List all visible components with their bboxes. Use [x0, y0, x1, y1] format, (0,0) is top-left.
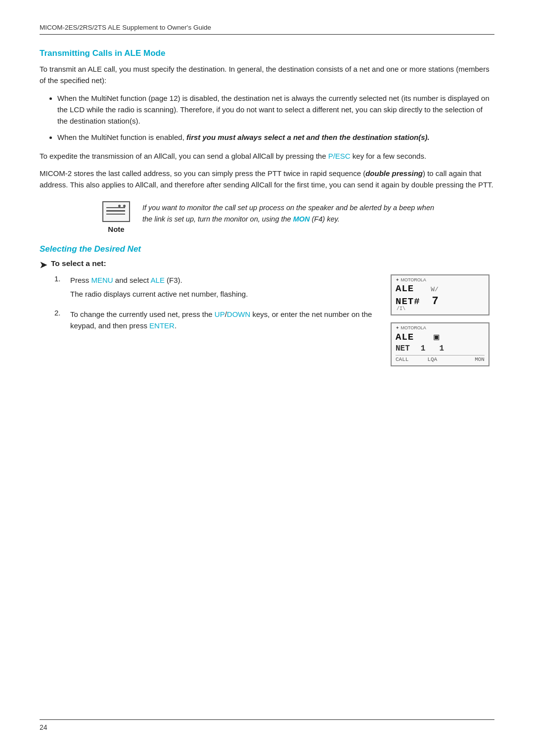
step1-before: Press — [70, 276, 91, 284]
note-mon-key: MON — [293, 215, 310, 223]
bullet1-text: When the MultiNet function (page 12) is … — [57, 94, 490, 126]
section1-intro: To transmit an ALE call, you must specif… — [40, 63, 494, 87]
page-number: 24 — [40, 723, 47, 731]
lcd1-header-left: ✦ MOTOROLA — [396, 277, 426, 282]
arrow-icon: ➤ — [40, 260, 47, 270]
steps-text: 1. Press MENU and select ALE (F3). The r… — [54, 274, 375, 366]
header-text: MICOM-2ES/2RS/2TS ALE Supplement to Owne… — [40, 24, 211, 31]
step1-content: Press MENU and select ALE (F3). The radi… — [70, 274, 248, 300]
bullet2-bold-italic: first you must always select a net and t… — [186, 133, 430, 141]
down-key: DOWN — [227, 310, 251, 318]
page: MICOM-2ES/2RS/2TS ALE Supplement to Owne… — [0, 0, 534, 756]
note-icon-image — [102, 201, 130, 222]
lcd1-net-label: NET# — [396, 296, 420, 307]
step2-end: . — [175, 321, 177, 330]
para-allcall: To expedite the transmission of an AllCa… — [40, 150, 494, 162]
lcd1-main-row: ALE W/ — [396, 283, 485, 294]
bullet2-text-before: When the MultiNet function is enabled, — [57, 133, 186, 141]
lcd2-header-left: ✦ MOTOROLA — [396, 325, 426, 330]
lcd1-header: ✦ MOTOROLA — [396, 277, 485, 282]
pesc-key: P/ESC — [328, 152, 351, 160]
page-header: MICOM-2ES/2RS/2TS ALE Supplement to Owne… — [40, 24, 494, 35]
step1-num: 1. — [54, 274, 65, 300]
step-1: 1. Press MENU and select ALE (F3). The r… — [54, 274, 375, 300]
lcd2-header: ✦ MOTOROLA — [396, 325, 485, 330]
lcd2-icon: ▣ — [434, 331, 439, 342]
lcd-screen-1: ✦ MOTOROLA ALE W/ NET# 7 /I\ — [391, 274, 490, 315]
para1-before: To expedite the transmission of an AllCa… — [40, 152, 328, 160]
lcd-screen-2: ✦ MOTOROLA ALE ▣ NET 1 1 CALL LQA — [391, 322, 490, 366]
lcd-screens: ✦ MOTOROLA ALE W/ NET# 7 /I\ — [391, 274, 494, 366]
ale-key: ALE — [151, 276, 165, 284]
lcd2-net-val2: 1 — [439, 344, 444, 353]
section-selecting: Selecting the Desired Net ➤ To select a … — [40, 244, 494, 366]
lcd2-btn-call: CALL — [396, 356, 408, 362]
double-pressing: double pressing — [365, 169, 423, 178]
note-text-after: (F4) key. — [310, 215, 340, 223]
step2-before: To change the currently used net, press … — [70, 310, 215, 318]
lcd1-value-right: W/ — [431, 286, 439, 293]
step1-mid: and select — [113, 276, 151, 284]
para1-after: key for a few seconds. — [351, 152, 426, 160]
step2-num: 2. — [54, 309, 65, 332]
up-key: UP — [215, 310, 225, 318]
step-2: 2. To change the currently used net, pre… — [54, 309, 375, 332]
section2-title: Selecting the Desired Net — [40, 244, 494, 254]
step1-instruction: Press MENU and select ALE (F3). — [70, 274, 248, 286]
lcd2-btn-mon: MON — [475, 356, 485, 362]
note-box: Note If you want to monitor the call set… — [99, 201, 445, 233]
note-icon-dots — [118, 205, 126, 207]
para2-before: MICOM-2 stores the last called address, … — [40, 169, 365, 178]
step2-content: To change the currently used net, press … — [70, 309, 375, 332]
note-text-content: If you want to monitor the call set up p… — [142, 201, 445, 224]
footer: 24 — [40, 719, 494, 731]
step1-sub: The radio displays current active net nu… — [70, 288, 248, 300]
enter-key: ENTER — [149, 321, 175, 330]
steps-area: 1. Press MENU and select ALE (F3). The r… — [54, 274, 494, 366]
bullet-item-2: When the MultiNet function is enabled, f… — [57, 132, 494, 143]
procedure-header: ➤ To select a net: — [40, 259, 494, 270]
note-label: Note — [108, 225, 124, 233]
lcd2-net-label: NET — [396, 344, 410, 353]
step1-after: (F3). — [165, 276, 182, 284]
lcd2-net-val1: 1 — [421, 344, 426, 353]
lcd1-ale-label: ALE — [396, 283, 414, 294]
lcd2-row1: ALE ▣ — [396, 331, 485, 343]
lcd2-ale-label: ALE — [396, 332, 414, 343]
lcd2-btn-lqa: LQA — [427, 356, 437, 362]
procedure-label: To select a net: — [51, 259, 106, 268]
section-transmitting: Transmitting Calls in ALE Mode To transm… — [40, 48, 494, 233]
para-double-press: MICOM-2 stores the last called address, … — [40, 168, 494, 191]
lcd1-net-value: 7 — [432, 295, 439, 308]
menu-key: MENU — [91, 276, 113, 284]
section1-title: Transmitting Calls in ALE Mode — [40, 48, 494, 58]
bullet-list: When the MultiNet function (page 12) is … — [57, 92, 494, 143]
note-text-before: If you want to monitor the call set up p… — [142, 204, 434, 222]
bullet-item-1: When the MultiNet function (page 12) is … — [57, 92, 494, 127]
lcd2-bottom-bar: CALL LQA MON — [396, 355, 485, 362]
note-icon-area: Note — [99, 201, 134, 233]
lcd2-row2: NET 1 1 — [396, 344, 485, 353]
